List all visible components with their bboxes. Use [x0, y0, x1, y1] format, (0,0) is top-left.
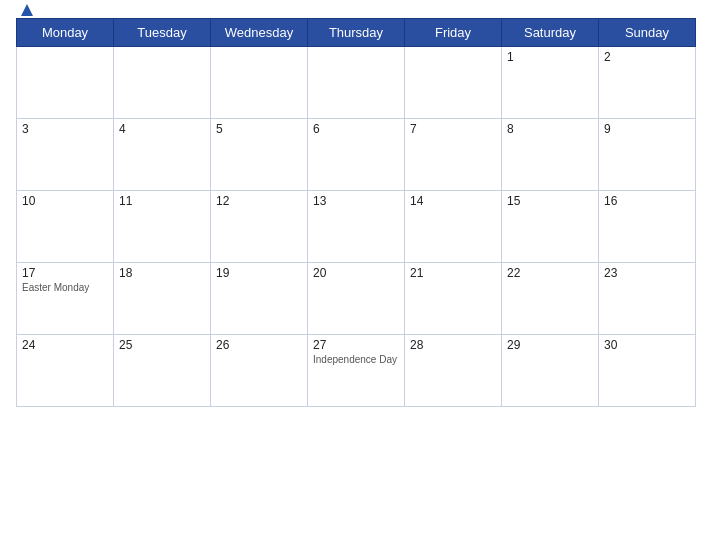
day-number: 12	[216, 194, 302, 208]
day-event: Easter Monday	[22, 282, 108, 293]
day-number: 26	[216, 338, 302, 352]
day-number: 27	[313, 338, 399, 352]
day-number: 29	[507, 338, 593, 352]
day-cell: 25	[114, 335, 211, 407]
weekday-friday: Friday	[405, 19, 502, 47]
day-cell: 3	[17, 119, 114, 191]
weekday-saturday: Saturday	[502, 19, 599, 47]
day-cell: 27Independence Day	[308, 335, 405, 407]
logo-area	[16, 1, 36, 19]
logo-icon	[18, 1, 36, 19]
day-number: 23	[604, 266, 690, 280]
day-cell	[17, 47, 114, 119]
day-cell: 1	[502, 47, 599, 119]
day-cell: 12	[211, 191, 308, 263]
day-number: 17	[22, 266, 108, 280]
day-cell: 7	[405, 119, 502, 191]
day-number: 9	[604, 122, 690, 136]
day-cell: 6	[308, 119, 405, 191]
week-row-2: 3456789	[17, 119, 696, 191]
day-cell: 29	[502, 335, 599, 407]
day-number: 16	[604, 194, 690, 208]
day-number: 8	[507, 122, 593, 136]
day-number: 24	[22, 338, 108, 352]
day-cell: 20	[308, 263, 405, 335]
day-number: 14	[410, 194, 496, 208]
day-cell: 16	[599, 191, 696, 263]
day-cell: 30	[599, 335, 696, 407]
week-row-3: 10111213141516	[17, 191, 696, 263]
day-event: Independence Day	[313, 354, 399, 365]
day-cell: 8	[502, 119, 599, 191]
day-cell: 9	[599, 119, 696, 191]
weekday-thursday: Thursday	[308, 19, 405, 47]
weekday-monday: Monday	[17, 19, 114, 47]
day-cell: 10	[17, 191, 114, 263]
weekday-tuesday: Tuesday	[114, 19, 211, 47]
day-cell	[308, 47, 405, 119]
day-number: 3	[22, 122, 108, 136]
day-number: 18	[119, 266, 205, 280]
day-cell	[114, 47, 211, 119]
weekday-wednesday: Wednesday	[211, 19, 308, 47]
day-number: 15	[507, 194, 593, 208]
day-number: 21	[410, 266, 496, 280]
day-number: 19	[216, 266, 302, 280]
day-number: 1	[507, 50, 593, 64]
day-cell: 21	[405, 263, 502, 335]
day-number: 30	[604, 338, 690, 352]
day-cell: 5	[211, 119, 308, 191]
day-cell	[211, 47, 308, 119]
day-cell: 15	[502, 191, 599, 263]
day-number: 7	[410, 122, 496, 136]
day-number: 22	[507, 266, 593, 280]
day-cell: 28	[405, 335, 502, 407]
day-cell: 26	[211, 335, 308, 407]
day-number: 11	[119, 194, 205, 208]
day-cell	[405, 47, 502, 119]
day-number: 28	[410, 338, 496, 352]
day-cell: 4	[114, 119, 211, 191]
day-cell: 17Easter Monday	[17, 263, 114, 335]
day-number: 10	[22, 194, 108, 208]
day-number: 20	[313, 266, 399, 280]
week-row-5: 24252627Independence Day282930	[17, 335, 696, 407]
day-number: 6	[313, 122, 399, 136]
day-cell: 14	[405, 191, 502, 263]
day-cell: 23	[599, 263, 696, 335]
day-number: 13	[313, 194, 399, 208]
day-cell: 24	[17, 335, 114, 407]
day-cell: 11	[114, 191, 211, 263]
week-row-1: 12	[17, 47, 696, 119]
day-number: 2	[604, 50, 690, 64]
calendar-grid: MondayTuesdayWednesdayThursdayFridaySatu…	[16, 18, 696, 407]
day-number: 5	[216, 122, 302, 136]
day-number: 4	[119, 122, 205, 136]
day-cell: 13	[308, 191, 405, 263]
week-row-4: 17Easter Monday181920212223	[17, 263, 696, 335]
day-cell: 19	[211, 263, 308, 335]
day-cell: 2	[599, 47, 696, 119]
day-number: 25	[119, 338, 205, 352]
day-cell: 18	[114, 263, 211, 335]
weekday-header-row: MondayTuesdayWednesdayThursdayFridaySatu…	[17, 19, 696, 47]
calendar-container: MondayTuesdayWednesdayThursdayFridaySatu…	[0, 0, 712, 550]
svg-marker-0	[21, 4, 33, 16]
weekday-sunday: Sunday	[599, 19, 696, 47]
day-cell: 22	[502, 263, 599, 335]
